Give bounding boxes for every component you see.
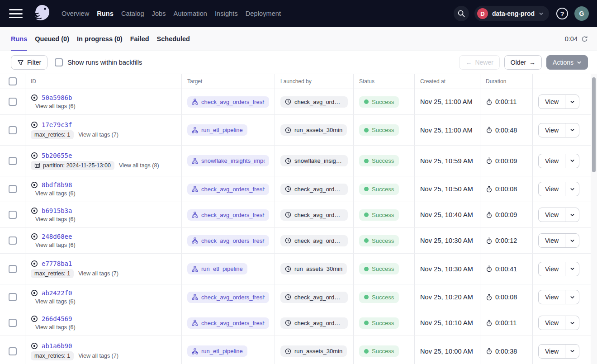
row-checkbox[interactable] <box>9 157 17 165</box>
view-all-tags-link[interactable]: View all tags (7) <box>78 270 118 277</box>
target-pill[interactable]: check_avg_orders_freshne <box>187 235 269 246</box>
nav-item-automation[interactable]: Automation <box>174 10 207 17</box>
launched-by-pill[interactable]: check_avg_orders_f… <box>280 96 348 108</box>
help-button[interactable]: ? <box>556 8 568 19</box>
view-all-tags-link[interactable]: View all tags (6) <box>35 216 76 222</box>
view-button[interactable]: View <box>539 123 565 137</box>
view-dropdown-button[interactable] <box>565 123 579 137</box>
nav-item-deployment[interactable]: Deployment <box>246 10 281 17</box>
launched-by-pill[interactable]: run_assets_30min <box>280 345 347 357</box>
nav-item-overview[interactable]: Overview <box>62 10 89 17</box>
tab-runs[interactable]: Runs <box>11 27 27 51</box>
target-pill[interactable]: check_avg_orders_freshne <box>187 317 269 329</box>
target-pill[interactable]: run_etl_pipeline <box>187 345 247 357</box>
newer-button[interactable]: ← Newer <box>459 55 499 70</box>
actions-button[interactable]: Actions <box>546 55 588 70</box>
view-button[interactable]: View <box>539 182 565 196</box>
view-button[interactable]: View <box>539 345 565 358</box>
target-pill[interactable]: run_etl_pipeline <box>187 263 247 274</box>
view-dropdown-button[interactable] <box>565 262 579 276</box>
launched-by-pill[interactable]: check_avg_orders_f… <box>280 235 348 246</box>
run-id-link[interactable]: 17e79c3f <box>42 121 72 128</box>
scrollbar-track[interactable] <box>591 74 597 364</box>
nav-item-catalog[interactable]: Catalog <box>121 10 144 17</box>
target-pill[interactable]: check_avg_orders_freshne <box>187 292 269 303</box>
older-button[interactable]: Older → <box>504 55 542 70</box>
run-id-link[interactable]: 248d68ee <box>42 233 72 240</box>
launched-by-pill[interactable]: check_avg_orders_f… <box>280 209 348 221</box>
view-all-tags-link[interactable]: View all tags (6) <box>35 103 76 109</box>
view-all-tags-link[interactable]: View all tags (7) <box>78 132 118 138</box>
view-dropdown-button[interactable] <box>565 345 579 358</box>
view-button[interactable]: View <box>539 262 565 276</box>
run-id-link[interactable]: b6915b3a <box>42 207 72 214</box>
row-checkbox[interactable] <box>9 185 17 193</box>
view-dropdown-button[interactable] <box>565 290 579 304</box>
run-id-link[interactable]: 266d4569 <box>42 315 72 322</box>
search-button[interactable] <box>454 6 469 21</box>
view-button[interactable]: View <box>539 95 565 109</box>
dagster-logo-icon[interactable] <box>33 4 52 24</box>
view-all-tags-link[interactable]: View all tags (8) <box>119 162 159 169</box>
view-all-tags-link[interactable]: View all tags (6) <box>35 298 76 305</box>
show-backfills-checkbox[interactable] <box>55 58 63 66</box>
tag-pill[interactable]: partition: 2024-11-25-13:00 <box>31 161 114 170</box>
target-pill[interactable]: snowflake_insights_import <box>187 155 269 166</box>
view-all-tags-link[interactable]: View all tags (6) <box>35 324 76 331</box>
row-checkbox[interactable] <box>9 236 17 245</box>
row-checkbox[interactable] <box>9 265 17 273</box>
row-checkbox[interactable] <box>9 319 17 327</box>
tag-pill[interactable]: max_retries: 1 <box>31 130 74 139</box>
run-id-link[interactable]: 8bdf8b98 <box>42 181 72 189</box>
user-avatar[interactable]: G <box>574 6 589 21</box>
view-button[interactable]: View <box>539 154 565 168</box>
view-all-tags-link[interactable]: View all tags (6) <box>35 190 76 197</box>
view-dropdown-button[interactable] <box>565 208 579 222</box>
refresh-icon[interactable] <box>581 36 588 43</box>
row-checkbox[interactable] <box>9 98 17 106</box>
run-id-link[interactable]: 5b20655e <box>42 152 72 159</box>
view-dropdown-button[interactable] <box>565 234 579 247</box>
select-all-checkbox[interactable] <box>9 77 17 85</box>
filter-button[interactable]: Filter <box>11 55 47 70</box>
run-id-link[interactable]: 50a5986b <box>42 94 72 101</box>
row-checkbox[interactable] <box>9 126 17 134</box>
nav-item-insights[interactable]: Insights <box>215 10 238 17</box>
row-checkbox[interactable] <box>9 347 17 355</box>
view-dropdown-button[interactable] <box>565 95 579 109</box>
view-all-tags-link[interactable]: View all tags (7) <box>78 353 118 359</box>
tab-in-progress[interactable]: In progress (0) <box>77 27 123 51</box>
scrollbar-thumb[interactable] <box>592 77 596 172</box>
view-button[interactable]: View <box>539 234 565 247</box>
view-button[interactable]: View <box>539 208 565 222</box>
target-pill[interactable]: run_etl_pipeline <box>187 124 247 136</box>
launched-by-pill[interactable]: check_avg_orders_f… <box>280 317 348 329</box>
run-id-link[interactable]: ab2422f0 <box>42 289 72 297</box>
view-all-tags-link[interactable]: View all tags (6) <box>35 242 76 248</box>
run-id-link[interactable]: e7778ba1 <box>42 260 72 267</box>
row-checkbox[interactable] <box>9 293 17 301</box>
nav-item-runs[interactable]: Runs <box>97 10 114 17</box>
tag-pill[interactable]: max_retries: 1 <box>31 269 74 278</box>
target-pill[interactable]: check_avg_orders_freshne <box>187 184 269 195</box>
workspace-switcher[interactable]: D data-eng-prod <box>474 6 549 21</box>
view-dropdown-button[interactable] <box>565 182 579 196</box>
tab-failed[interactable]: Failed <box>130 27 149 51</box>
launched-by-pill[interactable]: check_avg_orders_f… <box>280 292 348 303</box>
launched-by-pill[interactable]: check_avg_orders_f… <box>280 184 348 195</box>
tag-pill[interactable]: max_retries: 1 <box>31 351 74 360</box>
target-pill[interactable]: check_avg_orders_freshne <box>187 209 269 221</box>
run-id-link[interactable]: ab1a6b90 <box>42 342 72 350</box>
target-pill[interactable]: check_avg_orders_freshne <box>187 96 269 108</box>
tab-queued[interactable]: Queued (0) <box>35 27 69 51</box>
view-button[interactable]: View <box>539 290 565 304</box>
view-button[interactable]: View <box>539 316 565 330</box>
view-dropdown-button[interactable] <box>565 316 579 330</box>
row-checkbox[interactable] <box>9 211 17 219</box>
launched-by-pill[interactable]: run_assets_30min <box>280 124 347 136</box>
view-dropdown-button[interactable] <box>565 154 579 168</box>
launched-by-pill[interactable]: run_assets_30min <box>280 263 347 274</box>
nav-item-jobs[interactable]: Jobs <box>152 10 166 17</box>
tab-scheduled[interactable]: Scheduled <box>157 27 190 51</box>
hamburger-menu-icon[interactable] <box>9 9 23 18</box>
